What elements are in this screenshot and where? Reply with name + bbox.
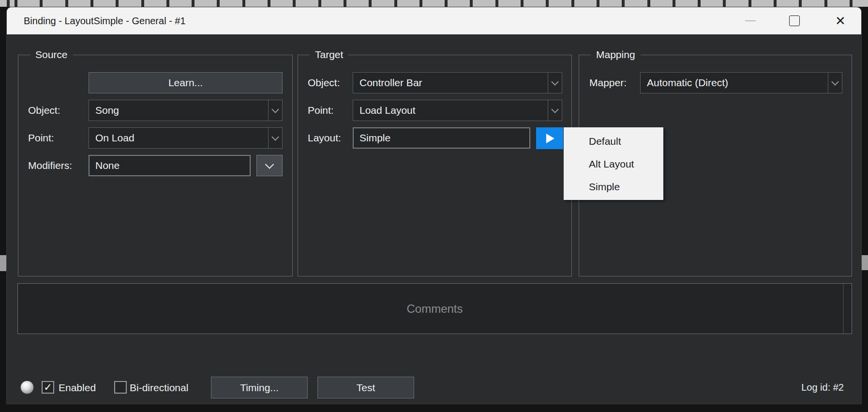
target-point-combobox[interactable]: Load Layout [353,100,562,121]
enabled-label: Enabled [59,377,96,398]
target-object-value: Controller Bar [359,73,422,93]
target-point-dropdown-zone[interactable] [548,100,562,121]
menu-item-simple[interactable]: Simple [564,175,663,198]
source-object-dropdown-zone[interactable] [268,100,282,121]
source-object-label: Object: [28,100,60,121]
target-layout-label: Layout: [308,127,341,149]
test-button[interactable]: Test [317,377,414,398]
comments-placeholder: Comments [18,284,852,334]
mapper-dropdown-zone[interactable] [828,73,842,93]
background-timeline-ruler [0,0,868,7]
minimize-icon [745,20,756,21]
binding-dialog: Binding - LayoutSimple - General - #1 ✕ … [6,7,862,404]
checkmark-icon: ✓ [43,381,53,393]
maximize-icon [789,15,800,26]
source-point-combobox[interactable]: On Load [89,127,283,149]
bidirectional-label: Bi-directional [130,377,188,398]
mapper-label: Mapper: [589,72,627,93]
menu-item-default[interactable]: Default [564,130,663,153]
source-point-value: On Load [95,128,135,148]
timing-button[interactable]: Timing... [211,377,308,398]
log-id-text: Log id: #2 [801,377,844,398]
mapper-combobox[interactable]: Automatic (Direct) [640,72,842,93]
source-modifiers-label: Modifiers: [28,155,72,176]
activity-led-indicator [20,381,34,394]
close-icon: ✕ [825,7,856,34]
enabled-checkbox[interactable]: ✓ [42,381,54,394]
close-button[interactable]: ✕ [825,7,856,34]
source-object-combobox[interactable]: Song [89,100,283,121]
learn-button[interactable]: Learn... [89,72,283,93]
target-object-combobox[interactable]: Controller Bar [353,72,562,93]
comments-scrollbar[interactable] [843,284,844,334]
layout-popup-menu: Default Alt Layout Simple [564,127,663,200]
background-app-edge-right [862,255,868,270]
chevron-down-icon [271,106,279,113]
menu-item-alt-layout[interactable]: Alt Layout [564,153,663,175]
chevron-down-icon [265,160,274,168]
target-object-label: Object: [308,72,340,93]
minimize-button[interactable] [735,7,766,34]
background-app-edge-left [0,255,6,271]
source-modifiers-dropdown-button[interactable] [256,155,283,176]
source-modifiers-field[interactable]: None [89,155,251,176]
source-group-legend: Source [30,48,73,61]
source-point-label: Point: [28,127,54,149]
window-title: Binding - LayoutSimple - General - #1 [24,7,186,34]
mapper-value: Automatic (Direct) [647,73,728,93]
target-point-label: Point: [308,100,334,121]
chevron-down-icon [271,133,279,141]
chevron-down-icon [551,78,559,86]
bidirectional-checkbox[interactable] [114,381,127,394]
comments-textarea[interactable]: Comments [17,283,852,334]
chevron-down-icon [831,78,839,86]
source-object-value: Song [95,100,119,121]
mapping-group-legend: Mapping [591,48,641,61]
target-object-dropdown-zone[interactable] [548,73,562,93]
source-point-dropdown-zone[interactable] [268,128,282,148]
target-point-value: Load Layout [359,100,416,121]
chevron-down-icon [551,106,559,113]
target-layout-field[interactable]: Simple [353,127,530,149]
target-group-legend: Target [310,48,348,61]
source-modifiers-value: None [95,156,120,175]
layout-picker-button[interactable] [536,127,563,149]
target-layout-value: Simple [359,128,390,148]
play-icon [546,134,554,143]
titlebar[interactable]: Binding - LayoutSimple - General - #1 ✕ [7,7,861,34]
maximize-button[interactable] [779,7,810,34]
